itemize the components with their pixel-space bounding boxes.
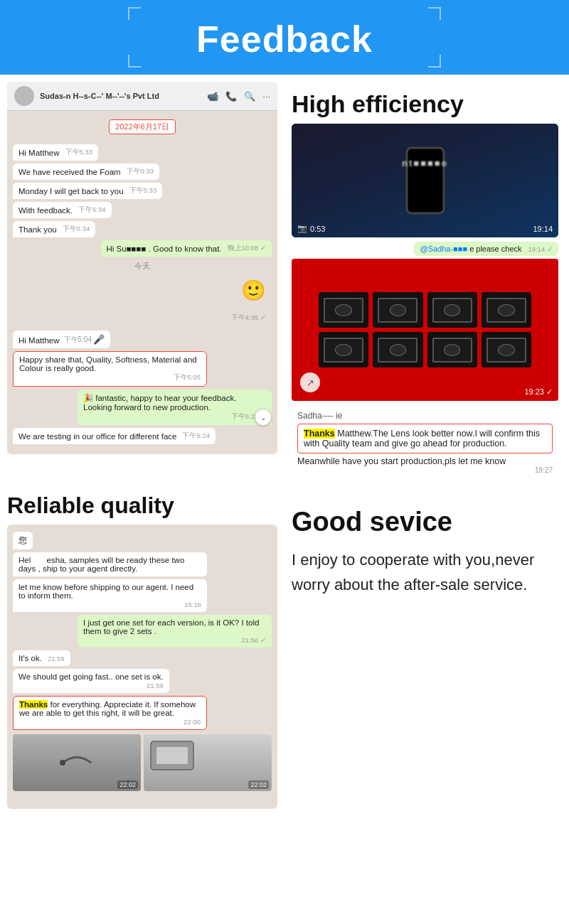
message-row: let me know before shipping to our agent…	[13, 579, 272, 612]
thanks-highlight: Thanks	[304, 429, 335, 439]
page-header: Feedback	[0, 0, 569, 75]
message-text: 您	[18, 536, 27, 544]
message-row: It's ok. 21:59	[13, 650, 272, 666]
message-row: Hi Matthew 下午5:04 🎤	[13, 331, 272, 348]
video-timestamp: 19:14	[533, 225, 553, 233]
chat-bubble: Thank you 下午5:34	[13, 221, 95, 237]
chat-bubble: We have received the Foam 下午5:33	[13, 163, 159, 180]
message-timestamp: 21:56 ✓	[242, 636, 266, 644]
chat-bubble: It's ok. 21:59	[13, 650, 70, 666]
image-2: 22:02	[144, 734, 272, 791]
chat-bubble-highlighted: Thanks for everything. Appreciate it. If…	[13, 696, 207, 730]
device-svg	[144, 734, 201, 777]
message-row: Happy share that, Quality, Softness, Mat…	[13, 351, 272, 387]
search-icon[interactable]: 🔍	[244, 91, 255, 102]
message-timestamp: 下午5:33	[65, 148, 93, 157]
chat-action-icons: 📹 📞 🔍 ···	[207, 91, 270, 102]
chat-bubble: We should get going fast.. one set is ok…	[13, 669, 169, 693]
message-text: Hi Su■■■■ . Good to know that.	[107, 245, 222, 253]
message-row: Hi Su■■■■ . Good to know that. 晚上10:08 ✓	[13, 240, 272, 257]
component-item	[319, 332, 368, 367]
chat-bubble: 🎉 fantastic, happy to hear your feedback…	[78, 390, 272, 425]
message-timestamp: 21:59	[48, 655, 65, 662]
message-timestamp: 下午5:33	[129, 186, 157, 195]
mention-timestamp: 19:14 ✓	[528, 245, 553, 253]
message-text: It's ok.	[18, 654, 42, 662]
avatar	[14, 86, 34, 106]
right-column: High efficiency nt■■■■e 📷 0:53 19:14 @Sa…	[284, 75, 569, 487]
phone-icon[interactable]: 📞	[225, 91, 237, 102]
corner-decoration-br	[428, 55, 441, 68]
scroll-down-button[interactable]: ⌄	[255, 409, 272, 426]
component-item	[319, 292, 368, 328]
chat-screenshot-2: 您 Hel esha, samples will be ready these …	[7, 525, 277, 809]
message-row: Monday I will get back to you 下午5:33	[13, 183, 272, 199]
chat-bubble: 您	[13, 532, 33, 549]
message-row: We are testing in our office for differe…	[13, 428, 272, 444]
chat-bubble: I just get one set for each version, is …	[78, 615, 272, 648]
high-efficiency-title: High efficiency	[292, 90, 558, 118]
message-timestamp: 下午5:33	[127, 167, 154, 176]
mention-name: @Sadha-■■■	[420, 245, 467, 253]
chat-bubble-highlighted: Happy share that, Quality, Softness, Mat…	[13, 351, 207, 387]
phone-shape	[405, 147, 445, 215]
message-row: We have received the Foam 下午5:33	[13, 163, 272, 180]
message-text: I just get one set for each version, is …	[83, 618, 259, 635]
message-row: Thanks for everything. Appreciate it. If…	[13, 696, 272, 730]
camera-icon: 📷	[297, 224, 307, 233]
message-row: Hel esha, samples will be ready these tw…	[13, 552, 272, 576]
component-item	[482, 332, 531, 367]
feedback-sender: Sadha---- ie	[297, 411, 553, 421]
more-icon[interactable]: ···	[262, 91, 270, 102]
message-text: With feedback.	[18, 206, 73, 215]
image-timestamp-2: 22:02	[248, 780, 269, 789]
component-item	[373, 332, 422, 367]
message-text: Happy share that, Quality, Softness, Mat…	[19, 355, 197, 372]
message-text: let me know before shipping to our agent…	[18, 583, 193, 600]
svg-rect-2	[156, 747, 188, 764]
component-item	[482, 292, 531, 328]
video-card: nt■■■■e 📷 0:53 19:14	[292, 124, 558, 237]
components-image: ↗ 19:23 ✓	[292, 259, 558, 401]
emoji-bubble: 🙂下午4:35 ✓	[225, 276, 272, 328]
cable-svg	[55, 748, 98, 777]
image-timestamp: 19:23 ✓	[524, 387, 553, 397]
share-icon: ↗	[300, 372, 320, 392]
contact-name: Sudas-n H--s-C--' M--'--'s Pvt Ltd	[40, 92, 201, 100]
video-thumbnail: nt■■■■e 📷 0:53 19:14	[292, 124, 558, 237]
mention-bubble: @Sadha-■■■ e please check 19:14 ✓	[414, 242, 558, 256]
mention-row: @Sadha-■■■ e please check 19:14 ✓	[292, 242, 558, 256]
message-row: I just get one set for each version, is …	[13, 615, 272, 648]
video-icon[interactable]: 📹	[207, 91, 218, 102]
today-label: 今天	[13, 261, 272, 272]
right-column-bottom: Good sevice I enjoy to cooperate with yo…	[284, 487, 569, 604]
chat-bubble: We are testing in our office for differe…	[13, 428, 216, 444]
top-section: Sudas-n H--s-C--' M--'--'s Pvt Ltd 📹 📞 🔍…	[0, 75, 569, 487]
mention-text: e please check	[469, 245, 521, 253]
message-timestamp: 晚上10:08 ✓	[228, 244, 266, 253]
chat-bubble: Monday I will get back to you 下午5:33	[13, 183, 162, 199]
feedback-timestamp: 19:27	[297, 466, 553, 474]
message-text: Monday I will get back to you	[18, 187, 124, 195]
message-timestamp: 下午5:24	[182, 431, 210, 441]
left-column: Sudas-n H--s-C--' M--'--'s Pvt Ltd 📹 📞 🔍…	[0, 75, 284, 461]
feedback-text-highlighted: Thanks Matthew.The Lens look better now.…	[297, 424, 553, 453]
message-row: We should get going fast.. one set is ok…	[13, 669, 272, 693]
feedback-message-text: Matthew.The Lens look better now.I will …	[304, 429, 540, 448]
page-title: Feedback	[0, 18, 569, 60]
chat-screenshot-1: Sudas-n H--s-C--' M--'--'s Pvt Ltd 📹 📞 🔍…	[7, 82, 277, 454]
message-timestamp: 21:59	[147, 682, 164, 689]
message-timestamp: 15:16	[184, 601, 201, 608]
message-text: Thank you	[18, 225, 57, 234]
component-item	[427, 292, 477, 328]
message-text: 🎉 fantastic, happy to hear your feedback…	[83, 394, 236, 412]
chat-bubble: let me know before shipping to our agent…	[13, 579, 207, 612]
message-row: 您	[13, 532, 272, 549]
message-row: Hi Matthew 下午5:33	[13, 144, 272, 161]
message-text: We should get going fast.. one set is ok…	[18, 672, 164, 681]
component-item	[373, 292, 422, 328]
feedback-extra-text: Meanwhile have you start production,pls …	[297, 456, 553, 466]
video-duration: 📷 0:53	[297, 224, 325, 233]
feedback-message: Sadha---- ie Thanks Matthew.The Lens loo…	[292, 405, 558, 480]
mic-icon: 🎤	[93, 334, 105, 345]
